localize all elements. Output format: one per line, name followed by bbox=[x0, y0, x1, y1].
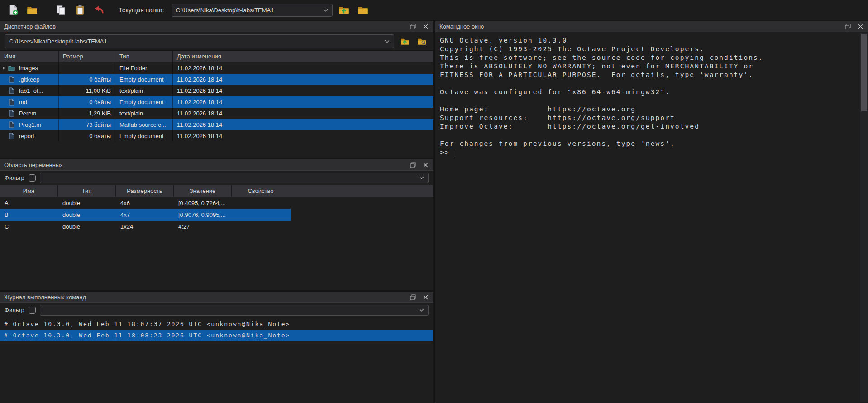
chevron-down-icon bbox=[419, 308, 424, 312]
file-row[interactable]: Prog1.m73 байтыMatlab source c...11.02.2… bbox=[0, 119, 433, 130]
folder-up-icon bbox=[400, 37, 410, 46]
command-window-output[interactable]: GNU Octave, version 10.3.0 Copyright (C)… bbox=[435, 33, 860, 402]
file-date: 11.02.2026 18:14 bbox=[173, 96, 433, 108]
column-header-type[interactable]: Тип bbox=[115, 51, 173, 62]
file-name-cell: lab1_ot... bbox=[0, 85, 59, 96]
file-name-cell: md bbox=[0, 96, 59, 108]
undock-icon bbox=[410, 162, 416, 168]
variable-dims: 1x24 bbox=[116, 221, 174, 232]
file-type: File Folder bbox=[115, 62, 173, 74]
workspace-filter-combobox[interactable] bbox=[40, 173, 429, 183]
undock-panel-button[interactable] bbox=[409, 23, 416, 30]
file-path-row: C:/Users/Nika/Desktop/it-labs/TEMA1 bbox=[0, 32, 433, 50]
file-type: Empty document bbox=[115, 130, 173, 142]
file-icon bbox=[8, 76, 16, 83]
column-header-date[interactable]: Дата изменения bbox=[173, 51, 433, 62]
browse-dir-button[interactable] bbox=[415, 35, 429, 48]
file-row[interactable]: report0 байтыEmpty document11.02.2026 18… bbox=[0, 130, 433, 142]
close-panel-button[interactable] bbox=[422, 23, 429, 30]
undock-icon bbox=[410, 294, 416, 300]
paste-icon bbox=[75, 5, 86, 15]
variable-row[interactable]: Bdouble4x7[0.9076, 0.9095,... bbox=[0, 209, 291, 221]
column-header-size[interactable]: Размер bbox=[59, 51, 115, 62]
command-history-panel: Журнал выполненных команд Фильтр # Octav… bbox=[0, 292, 433, 403]
variable-type: double bbox=[58, 209, 116, 221]
file-table-header: Имя Размер Тип Дата изменения bbox=[0, 50, 433, 62]
new-script-button[interactable] bbox=[5, 3, 21, 17]
file-browser-titlebar[interactable]: Диспетчер файлов bbox=[0, 21, 433, 32]
file-row[interactable]: md0 байтыEmpty document11.02.2026 18:14 bbox=[0, 96, 433, 108]
column-header-value[interactable]: Значение bbox=[174, 185, 232, 197]
paste-button[interactable] bbox=[72, 3, 88, 17]
variable-value: [0.4095, 0.7264,... bbox=[174, 197, 232, 209]
workspace-variable-list: Adouble4x6[0.4095, 0.7264,...Bdouble4x7[… bbox=[0, 197, 433, 232]
new-script-icon bbox=[8, 5, 19, 15]
undock-panel-button[interactable] bbox=[409, 161, 416, 168]
chevron-down-icon bbox=[323, 9, 328, 12]
file-row[interactable]: lab1_ot...11,00 KiBtext/plain11.02.2026 … bbox=[0, 85, 433, 96]
current-folder-label: Текущая папка: bbox=[119, 6, 164, 14]
close-panel-button[interactable] bbox=[857, 23, 864, 30]
file-size: 11,00 KiB bbox=[59, 85, 115, 96]
file-type: Matlab source c... bbox=[115, 119, 173, 130]
close-icon bbox=[423, 294, 429, 300]
copy-button[interactable] bbox=[53, 3, 69, 17]
history-entry[interactable]: # Octave 10.3.0, Wed Feb 11 18:08:23 202… bbox=[0, 330, 433, 341]
variable-row[interactable]: Adouble4x6[0.4095, 0.7264,... bbox=[0, 197, 291, 209]
variable-row[interactable]: Cdouble1x244:27 bbox=[0, 221, 291, 232]
variable-dims: 4x7 bbox=[116, 209, 174, 221]
history-filter-combobox[interactable] bbox=[40, 305, 429, 316]
current-folder-combobox[interactable]: C:\Users\Nika\Desktop\it-labs\TEMA1 bbox=[172, 4, 333, 17]
file-name: lab1_ot... bbox=[19, 87, 43, 94]
file-date: 11.02.2026 18:14 bbox=[173, 119, 433, 130]
undock-icon bbox=[845, 24, 851, 29]
folder-up-button[interactable] bbox=[336, 3, 352, 17]
file-date: 11.02.2026 18:14 bbox=[173, 62, 433, 74]
file-browser-title: Диспетчер файлов bbox=[4, 23, 56, 30]
command-window-panel: Командное окно GNU Octave, version 10.3.… bbox=[435, 21, 868, 403]
column-header-type[interactable]: Тип bbox=[58, 185, 116, 197]
close-icon bbox=[423, 162, 429, 168]
file-icon bbox=[8, 87, 16, 94]
file-date: 11.02.2026 18:14 bbox=[173, 74, 433, 85]
variable-name: A bbox=[0, 197, 58, 209]
command-window-scrollbar[interactable] bbox=[860, 33, 868, 402]
column-header-name[interactable]: Имя bbox=[0, 185, 58, 197]
undock-panel-button[interactable] bbox=[844, 23, 851, 30]
column-header-name[interactable]: Имя bbox=[0, 51, 59, 62]
filter-checkbox[interactable] bbox=[29, 307, 36, 314]
command-prompt-line[interactable]: >> bbox=[440, 148, 860, 157]
file-name-cell: Perem bbox=[0, 108, 59, 119]
file-path-combobox[interactable]: C:/Users/Nika/Desktop/it-labs/TEMA1 bbox=[5, 34, 394, 48]
file-row[interactable]: imagesFile Folder11.02.2026 18:14 bbox=[0, 62, 433, 74]
expand-chevron-icon[interactable] bbox=[2, 66, 8, 70]
variable-value: [0.9076, 0.9095,... bbox=[174, 209, 232, 221]
file-name: .gitkeep bbox=[19, 76, 40, 83]
browse-folder-button[interactable] bbox=[355, 3, 371, 17]
history-entry[interactable]: # Octave 10.3.0, Wed Feb 11 18:07:37 202… bbox=[0, 318, 433, 330]
file-size: 73 байты bbox=[59, 119, 115, 130]
close-icon bbox=[423, 24, 429, 29]
open-file-button[interactable] bbox=[24, 3, 40, 17]
file-row[interactable]: Perem1,29 KiBtext/plain11.02.2026 18:14 bbox=[0, 108, 433, 119]
file-name-cell: .gitkeep bbox=[0, 74, 59, 85]
scrollbar-thumb[interactable] bbox=[861, 34, 867, 111]
folder-icon bbox=[358, 5, 368, 15]
close-panel-button[interactable] bbox=[422, 293, 429, 301]
undock-panel-button[interactable] bbox=[409, 293, 416, 301]
workspace-titlebar[interactable]: Область переменных bbox=[0, 159, 433, 171]
dir-up-button[interactable] bbox=[398, 35, 411, 48]
variable-name: B bbox=[0, 209, 58, 221]
workspace-title: Область переменных bbox=[4, 162, 63, 168]
file-row[interactable]: .gitkeep0 байтыEmpty document11.02.2026 … bbox=[0, 74, 433, 85]
column-header-attr[interactable]: Свойство bbox=[232, 185, 290, 197]
undo-icon bbox=[94, 5, 105, 15]
undo-button[interactable] bbox=[91, 3, 107, 17]
file-size: 0 байты bbox=[59, 96, 115, 108]
history-titlebar[interactable]: Журнал выполненных команд bbox=[0, 292, 433, 303]
close-panel-button[interactable] bbox=[422, 161, 429, 168]
variable-attr bbox=[232, 209, 290, 221]
command-window-titlebar[interactable]: Командное окно bbox=[435, 21, 868, 32]
column-header-dims[interactable]: Размерность bbox=[116, 185, 174, 197]
filter-checkbox[interactable] bbox=[29, 174, 36, 182]
